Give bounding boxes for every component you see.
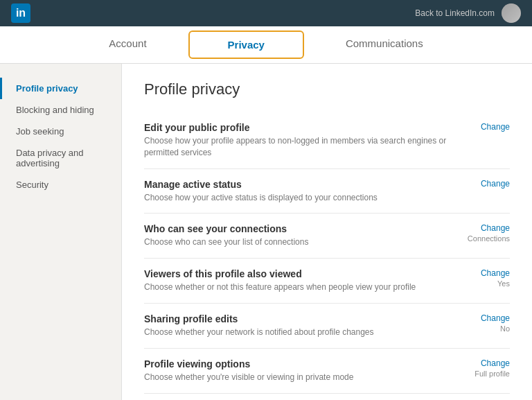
sidebar-item-data-privacy[interactable]: Data privacy and advertising — [0, 142, 121, 174]
top-bar-right: Back to LinkedIn.com — [415, 3, 521, 23]
tab-account[interactable]: Account — [67, 26, 188, 63]
setting-title-profile-viewing: Profile viewing options — [144, 358, 447, 369]
setting-value-profile-viewing: Full profile — [461, 369, 510, 378]
change-link-public-profile[interactable]: Change — [461, 122, 510, 132]
setting-desc-active-status: Choose how your active status is display… — [144, 192, 447, 204]
change-link-active-status[interactable]: Change — [461, 179, 510, 189]
back-to-linkedin-link[interactable]: Back to LinkedIn.com — [415, 8, 495, 18]
sidebar-item-blocking-hiding[interactable]: Blocking and hiding — [0, 99, 121, 121]
setting-value-connections: Connections — [461, 234, 510, 243]
setting-row-connections: Who can see your connectionsChoose who c… — [144, 214, 510, 259]
setting-desc-viewers-also-viewed: Choose whether or not this feature appea… — [144, 281, 447, 293]
setting-row-viewers-also-viewed: Viewers of this profile also viewedChoos… — [144, 259, 510, 304]
setting-row-sharing-edits: Sharing profile editsChoose whether your… — [144, 304, 510, 349]
change-link-connections[interactable]: Change — [461, 223, 510, 233]
change-link-viewers-also-viewed[interactable]: Change — [461, 268, 510, 278]
setting-title-public-profile: Edit your public profile — [144, 122, 447, 133]
avatar[interactable] — [502, 3, 521, 23]
tab-communications[interactable]: Communications — [304, 26, 465, 63]
setting-title-sharing-edits: Sharing profile edits — [144, 313, 447, 324]
setting-row-active-status: Manage active statusChoose how your acti… — [144, 169, 510, 214]
content-area: Profile privacy Edit your public profile… — [121, 64, 532, 400]
top-bar: in Back to LinkedIn.com — [0, 0, 532, 26]
setting-desc-sharing-edits: Choose whether your network is notified … — [144, 327, 447, 338]
setting-row-news-notifications: Notifying connections when you're in the… — [144, 394, 510, 400]
setting-title-connections: Who can see your connections — [144, 223, 447, 234]
setting-row-profile-viewing: Profile viewing optionsChoose whether yo… — [144, 349, 510, 394]
avatar-image — [502, 3, 521, 23]
page-title: Profile privacy — [144, 80, 510, 98]
tab-privacy[interactable]: Privacy — [188, 31, 304, 59]
setting-title-viewers-also-viewed: Viewers of this profile also viewed — [144, 268, 447, 279]
linkedin-logo: in — [11, 3, 30, 23]
setting-desc-profile-viewing: Choose whether you're visible or viewing… — [144, 372, 447, 383]
setting-desc-public-profile: Choose how your profile appears to non-l… — [144, 135, 447, 159]
setting-title-active-status: Manage active status — [144, 179, 447, 190]
setting-desc-connections: Choose who can see your list of connecti… — [144, 236, 447, 248]
change-link-profile-viewing[interactable]: Change — [461, 358, 510, 368]
setting-value-sharing-edits: No — [461, 324, 510, 333]
tab-nav: Account Privacy Communications — [0, 26, 532, 64]
main-layout: Profile privacy Blocking and hiding Job … — [0, 64, 532, 400]
setting-row-public-profile: Edit your public profileChoose how your … — [144, 112, 510, 169]
sidebar-item-job-seeking[interactable]: Job seeking — [0, 121, 121, 142]
sidebar-item-profile-privacy[interactable]: Profile privacy — [0, 78, 121, 99]
setting-value-viewers-also-viewed: Yes — [461, 279, 510, 288]
settings-list: Edit your public profileChoose how your … — [144, 112, 510, 400]
change-link-sharing-edits[interactable]: Change — [461, 313, 510, 323]
sidebar: Profile privacy Blocking and hiding Job … — [0, 64, 121, 400]
sidebar-item-security[interactable]: Security — [0, 174, 121, 195]
